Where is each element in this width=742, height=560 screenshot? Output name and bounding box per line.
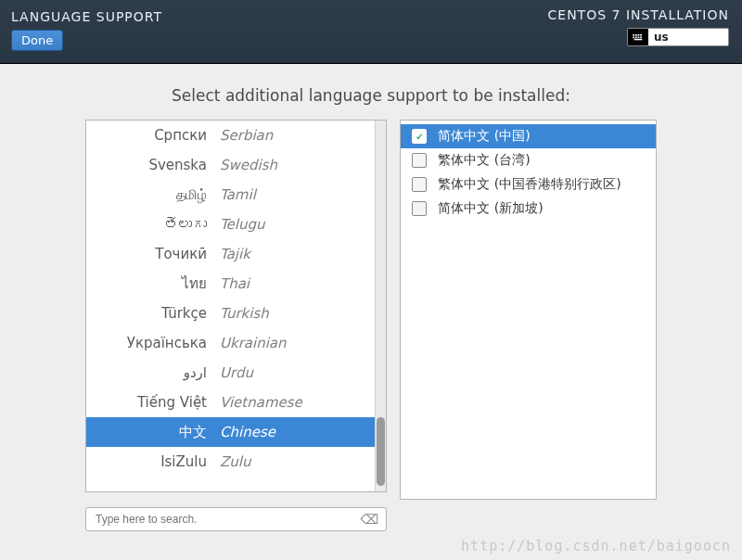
language-english-label: Serbian xyxy=(220,127,386,144)
language-row[interactable]: اردوUrdu xyxy=(86,358,386,388)
svg-rect-8 xyxy=(640,37,642,39)
language-native-label: Українська xyxy=(86,335,220,351)
language-english-label: Urdu xyxy=(220,364,386,381)
header-right: CENTOS 7 INSTALLATION us xyxy=(548,7,729,46)
locale-label: 简体中文 (新加坡) xyxy=(438,200,543,217)
language-english-label: Tamil xyxy=(220,186,386,203)
locale-checkbox[interactable]: ✔ xyxy=(412,129,427,144)
language-row[interactable]: СрпскиSerbian xyxy=(86,121,386,150)
locale-checkbox[interactable] xyxy=(412,201,427,216)
locale-row[interactable]: 简体中文 (新加坡) xyxy=(401,197,656,221)
locale-row[interactable]: 繁体中文 (台湾) xyxy=(401,148,656,172)
language-row[interactable]: УкраїнськаUkrainian xyxy=(86,328,386,358)
language-english-label: Thai xyxy=(220,275,386,292)
language-english-label: Ukrainian xyxy=(220,335,386,351)
language-scroll-area[interactable]: СрпскиSerbianSvenskaSwedishதமிழ்Tamilతెల… xyxy=(86,121,386,491)
language-row[interactable]: ไทยThai xyxy=(86,269,386,299)
language-native-label: Точикӣ xyxy=(86,246,220,262)
done-button[interactable]: Done xyxy=(11,30,63,51)
header-bar: LANGUAGE SUPPORT Done CENTOS 7 INSTALLAT… xyxy=(0,0,742,64)
language-native-label: Tiếng Việt xyxy=(86,394,220,411)
locale-row[interactable]: 繁体中文 (中国香港特别行政区) xyxy=(401,172,656,197)
watermark-text: http://blog.csdn.net/baigoocn xyxy=(461,538,731,554)
svg-rect-1 xyxy=(633,34,634,36)
clear-search-icon[interactable]: ⌫ xyxy=(360,512,378,527)
language-row[interactable]: TürkçeTurkish xyxy=(86,299,386,328)
svg-rect-5 xyxy=(633,37,634,39)
keyboard-layout-label: us xyxy=(648,31,669,44)
language-native-label: Türkçe xyxy=(86,305,220,322)
svg-rect-6 xyxy=(635,37,637,39)
language-row[interactable]: ТочикӣTajik xyxy=(86,239,386,269)
svg-rect-3 xyxy=(638,34,640,36)
locale-list-panel: ✔简体中文 (中国)繁体中文 (台湾)繁体中文 (中国香港特别行政区)简体中文 … xyxy=(400,120,657,500)
scrollbar[interactable] xyxy=(375,121,386,491)
language-english-label: Telugu xyxy=(220,216,386,233)
keyboard-layout-selector[interactable]: us xyxy=(627,28,729,46)
language-native-label: Svenska xyxy=(86,157,220,173)
language-native-label: ไทย xyxy=(86,273,220,295)
instruction-text: Select additional language support to be… xyxy=(0,86,742,105)
language-list-panel: СрпскиSerbianSvenskaSwedishதமிழ்Tamilతెల… xyxy=(85,120,387,492)
language-native-label: తెలుగు xyxy=(86,216,220,233)
language-english-label: Turkish xyxy=(220,305,386,322)
language-row[interactable]: IsiZuluZulu xyxy=(86,447,386,477)
language-english-label: Vietnamese xyxy=(220,394,386,411)
language-row[interactable]: Tiếng ViệtVietnamese xyxy=(86,388,386,417)
svg-rect-4 xyxy=(640,34,642,36)
svg-rect-9 xyxy=(634,39,643,40)
locale-label: 繁体中文 (台湾) xyxy=(438,152,530,169)
locale-checkbox[interactable] xyxy=(412,153,427,168)
language-native-label: 中文 xyxy=(86,424,220,441)
language-row[interactable]: தமிழ்Tamil xyxy=(86,180,386,210)
installer-name: CENTOS 7 INSTALLATION xyxy=(548,7,729,22)
language-english-label: Swedish xyxy=(220,157,386,173)
language-native-label: اردو xyxy=(86,364,220,381)
language-english-label: Tajik xyxy=(220,246,386,262)
search-input[interactable] xyxy=(94,512,360,527)
svg-rect-2 xyxy=(635,34,637,36)
language-row[interactable]: SvenskaSwedish xyxy=(86,150,386,180)
locale-checkbox[interactable] xyxy=(412,177,427,192)
language-row[interactable]: తెలుగుTelugu xyxy=(86,210,386,239)
language-row[interactable]: 中文Chinese› xyxy=(86,417,386,447)
search-box[interactable]: ⌫ xyxy=(85,507,387,531)
language-native-label: தமிழ் xyxy=(86,186,220,203)
language-english-label: Chinese xyxy=(220,424,367,440)
language-native-label: Српски xyxy=(86,127,220,144)
locale-row[interactable]: ✔简体中文 (中国) xyxy=(401,124,656,148)
locale-label: 简体中文 (中国) xyxy=(438,128,530,145)
language-english-label: Zulu xyxy=(220,453,386,470)
svg-rect-7 xyxy=(638,37,640,39)
locale-label: 繁体中文 (中国香港特别行政区) xyxy=(438,176,620,193)
keyboard-icon xyxy=(628,29,648,45)
scrollbar-thumb[interactable] xyxy=(377,417,385,486)
language-native-label: IsiZulu xyxy=(86,453,220,470)
